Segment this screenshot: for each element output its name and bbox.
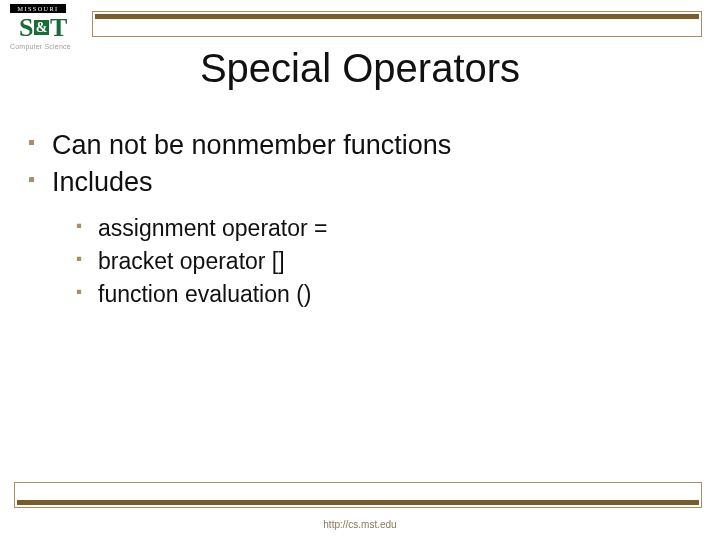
mst-logo: MISSOURI S & T Computer Science: [10, 4, 82, 50]
list-item-text: bracket operator []: [98, 248, 285, 274]
slide-title: Special Operators: [0, 46, 720, 91]
list-item: Can not be nonmember functions: [28, 128, 692, 163]
list-item: bracket operator []: [76, 246, 692, 277]
logo-missouri: MISSOURI: [18, 5, 59, 12]
mst-logo-svg: MISSOURI S & T: [10, 4, 82, 42]
bullet-sublist: assignment operator = bracket operator […: [76, 213, 692, 310]
logo-amp: &: [36, 20, 48, 35]
list-item-text: function evaluation (): [98, 281, 312, 307]
logo-s: S: [19, 13, 33, 42]
logo-t: T: [50, 13, 67, 42]
slide: MISSOURI S & T Computer Science Special …: [0, 0, 720, 540]
list-item: Includes assignment operator = bracket o…: [28, 165, 692, 311]
footer-text: http://cs.mst.edu: [0, 519, 720, 530]
list-item-text: Can not be nonmember functions: [52, 130, 451, 160]
list-item-text: Includes: [52, 167, 153, 197]
top-decorative-frame: [92, 11, 702, 37]
list-item: function evaluation (): [76, 279, 692, 310]
bottom-frame-fill: [17, 500, 699, 505]
list-item: assignment operator =: [76, 213, 692, 244]
bottom-decorative-frame: [14, 482, 702, 508]
list-item-text: assignment operator =: [98, 215, 328, 241]
bullet-list: Can not be nonmember functions Includes …: [28, 128, 692, 310]
top-frame-fill: [95, 14, 699, 19]
slide-body: Can not be nonmember functions Includes …: [28, 128, 692, 312]
